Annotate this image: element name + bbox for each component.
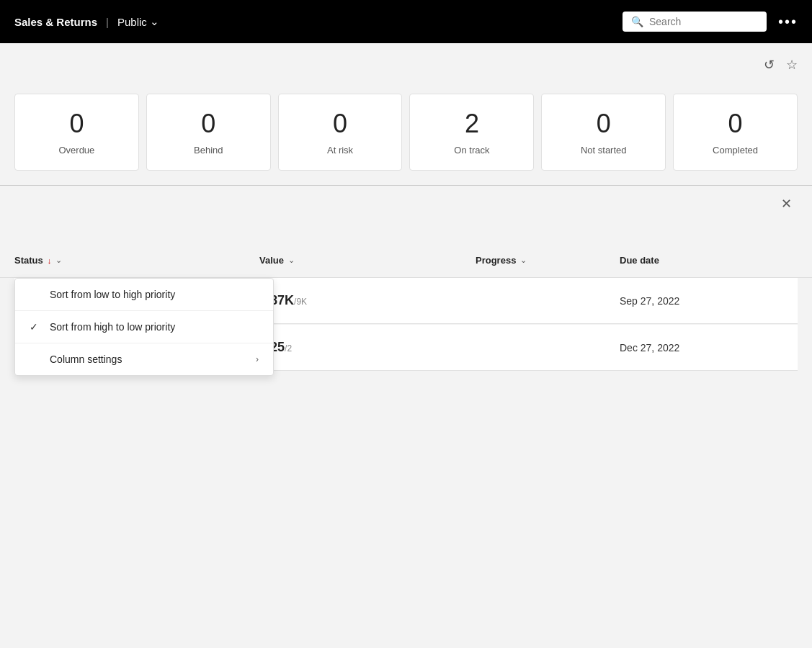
app-title: Sales & Returns — [14, 16, 97, 28]
sort-low-label: Sort from low to high priority — [50, 289, 175, 300]
search-input[interactable] — [649, 16, 758, 27]
search-icon: 🔍 — [631, 16, 643, 27]
stat-card-completed[interactable]: 0 Completed — [673, 94, 798, 171]
stats-section: 0 Overdue 0 Behind 0 At risk 2 On track … — [0, 86, 812, 185]
sort-high-to-low-item[interactable]: ✓ Sort from high to low priority — [15, 311, 273, 343]
stat-card-ontrack[interactable]: 2 On track — [409, 94, 534, 171]
status-col-label: Status — [14, 255, 43, 266]
status-sort-icon: ↓ — [48, 256, 52, 265]
progress-col-label: Progress — [476, 255, 516, 266]
behind-number: 0 — [201, 109, 215, 139]
overdue-label: Overdue — [58, 145, 94, 156]
title-divider: | — [106, 16, 109, 28]
completed-label: Completed — [713, 145, 758, 156]
status-chevron-icon[interactable]: ⌄ — [55, 256, 62, 265]
close-icon: ✕ — [781, 197, 792, 211]
refresh-icon[interactable]: ↺ — [764, 57, 775, 73]
column-settings-item[interactable]: Column settings › — [15, 343, 273, 375]
row-2-duedate: Dec 27, 2022 — [620, 342, 798, 354]
atrisk-number: 0 — [333, 109, 347, 139]
sort-low-checkmark — [30, 289, 41, 300]
overdue-number: 0 — [69, 109, 84, 139]
context-area: ✕ — [0, 186, 812, 243]
table-header: Status ↓ ⌄ Value ⌄ Progress ⌄ Due date S… — [0, 243, 812, 278]
sort-high-checkmark: ✓ — [30, 321, 41, 333]
sort-low-to-high-item[interactable]: Sort from low to high priority — [15, 279, 273, 310]
column-settings-checkmark — [30, 354, 41, 365]
row-2-value-fraction: /2 — [285, 343, 292, 354]
stat-card-notstarted[interactable]: 0 Not started — [541, 94, 666, 171]
top-bar: Sales & Returns | Public ⌄ 🔍 ••• — [0, 0, 812, 43]
toolbar-row: ↺ ☆ — [0, 43, 812, 86]
stats-cards: 0 Overdue 0 Behind 0 At risk 2 On track … — [14, 94, 798, 171]
public-label: Public — [117, 16, 147, 28]
search-box[interactable]: 🔍 — [623, 12, 767, 32]
completed-number: 0 — [728, 109, 743, 139]
column-header-duedate: Due date — [620, 255, 798, 266]
value-col-label: Value — [259, 255, 284, 266]
top-bar-right: 🔍 ••• — [623, 12, 798, 32]
behind-label: Behind — [194, 145, 223, 156]
column-settings-chevron-icon: › — [256, 354, 259, 364]
stat-card-atrisk[interactable]: 0 At risk — [278, 94, 403, 171]
value-chevron-icon[interactable]: ⌄ — [288, 256, 295, 265]
progress-chevron-icon[interactable]: ⌄ — [520, 256, 527, 265]
column-header-progress[interactable]: Progress ⌄ — [476, 255, 620, 266]
top-bar-left: Sales & Returns | Public ⌄ — [14, 15, 159, 28]
more-options-icon[interactable]: ••• — [778, 14, 798, 30]
column-settings-label: Column settings — [50, 354, 122, 365]
ontrack-number: 2 — [465, 109, 479, 139]
row-2-value: 1.25/2 — [259, 340, 476, 355]
status-dropdown-menu: Sort from low to high priority ✓ Sort fr… — [14, 278, 274, 376]
row-1-value: 7.87K/9K — [259, 293, 476, 308]
favorite-icon[interactable]: ☆ — [786, 57, 798, 73]
public-chevron-icon: ⌄ — [150, 15, 159, 28]
column-header-value[interactable]: Value ⌄ — [259, 255, 476, 266]
row-1-duedate: Sep 27, 2022 — [620, 295, 798, 307]
column-header-status[interactable]: Status ↓ ⌄ — [14, 255, 259, 266]
sort-high-label: Sort from high to low priority — [50, 321, 175, 333]
close-button[interactable]: ✕ — [775, 193, 798, 215]
atrisk-label: At risk — [327, 145, 353, 156]
duedate-col-label: Due date — [620, 255, 659, 266]
notstarted-number: 0 — [597, 109, 611, 139]
ontrack-label: On track — [454, 145, 489, 156]
row-1-value-fraction: /9K — [294, 297, 307, 307]
stat-card-behind[interactable]: 0 Behind — [146, 94, 271, 171]
public-dropdown[interactable]: Public ⌄ — [117, 15, 159, 28]
stat-card-overdue[interactable]: 0 Overdue — [14, 94, 139, 171]
notstarted-label: Not started — [581, 145, 627, 156]
